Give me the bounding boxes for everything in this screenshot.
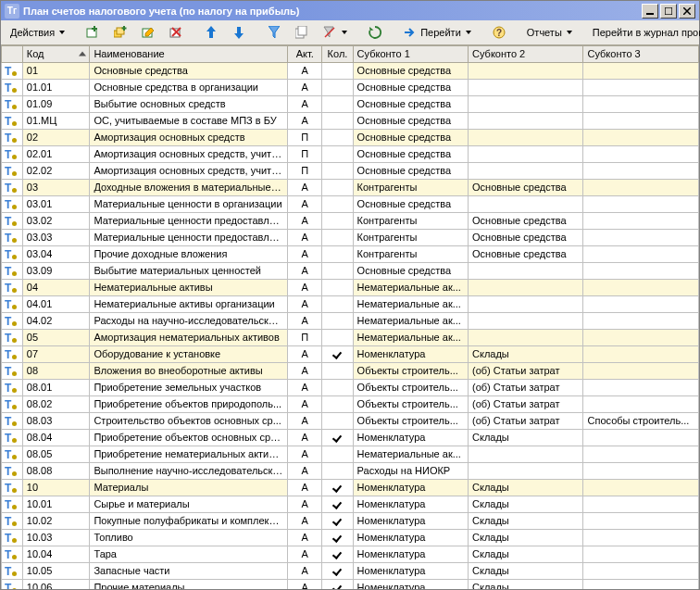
table-row[interactable]: Т02Амортизация основных средствПОсновные… <box>2 129 699 145</box>
table-row[interactable]: Т08.01Приобретение земельных участковАОб… <box>2 379 699 395</box>
table-row[interactable]: Т01.01Основные средства в организацииАОс… <box>2 79 699 95</box>
table-row[interactable]: Т08Вложения во внеоборотные активыАОбъек… <box>2 362 699 379</box>
col-header-sub3[interactable]: Субконто 3 <box>583 45 699 62</box>
add-button[interactable] <box>80 22 106 43</box>
cell-kol <box>322 95 353 112</box>
cell-sub2 <box>469 262 583 279</box>
cell-kol <box>322 362 353 379</box>
account-icon: Т <box>5 464 19 477</box>
dropdown-arrow-icon <box>342 31 347 34</box>
help-button[interactable]: ? <box>486 22 512 43</box>
cell-code: 03.09 <box>22 262 90 279</box>
account-icon: Т <box>5 497 19 510</box>
cell-sub3 <box>583 62 699 79</box>
table-row[interactable]: Т03.03Материальные ценности предоставлен… <box>2 229 699 245</box>
delete-button[interactable] <box>163 22 189 43</box>
toolbar: Действия <box>1 20 699 45</box>
add-group-button[interactable] <box>107 22 133 43</box>
table-row[interactable]: Т03Доходные вложения в материальные ц...… <box>2 179 699 195</box>
account-icon: Т <box>5 414 19 427</box>
table-row[interactable]: Т10.05Запасные частиАНоменклатураСклады <box>2 562 699 579</box>
table-row[interactable]: Т07Оборудование к установкеАНоменклатура… <box>2 345 699 362</box>
table-row[interactable]: Т08.08Выполнение научно-исследовательски… <box>2 462 699 479</box>
account-icon: Т <box>5 547 19 560</box>
table-row[interactable]: Т01.МЦОС, учитываемые в составе МПЗ в БУ… <box>2 112 699 129</box>
cell-name: Амортизация нематериальных активов <box>90 329 288 345</box>
table-row[interactable]: Т08.04Приобретение объектов основных сре… <box>2 429 699 446</box>
table-row[interactable]: Т04Нематериальные активыАНематериальные … <box>2 279 699 295</box>
help-icon: ? <box>492 25 506 40</box>
cell-code: 10.03 <box>22 529 90 546</box>
cell-sub2: Склады <box>469 562 583 579</box>
reports-button[interactable]: Отчеты <box>521 22 578 43</box>
table-row[interactable]: Т02.01Амортизация основных средств, учит… <box>2 145 699 162</box>
cell-code: 08.05 <box>22 446 90 462</box>
table-row[interactable]: Т10.06Прочие материалыАНоменклатураСклад… <box>2 579 699 589</box>
row-icon-cell: Т <box>2 79 23 95</box>
maximize-button[interactable] <box>660 4 677 19</box>
cell-sub2 <box>469 79 583 95</box>
filter-button[interactable] <box>261 22 287 43</box>
table-row[interactable]: Т08.02Приобретение объектов природополь.… <box>2 395 699 412</box>
table-row[interactable]: Т10.01Сырье и материалыАНоменклатураСкла… <box>2 496 699 512</box>
table-row[interactable]: Т10.02Покупные полуфабрикаты и комплекту… <box>2 512 699 529</box>
table-row[interactable]: Т10.03ТопливоАНоменклатураСклады <box>2 529 699 546</box>
table-row[interactable]: Т10МатериалыАНоменклатураСклады <box>2 479 699 496</box>
grid-container[interactable]: Код Наименование Акт. Кол. Субконто 1 Су… <box>1 45 699 589</box>
table-row[interactable]: Т04.02Расходы на научно-исследовательски… <box>2 312 699 329</box>
table-row[interactable]: Т03.01Материальные ценности в организаци… <box>2 195 699 212</box>
minimize-button[interactable] <box>642 4 658 19</box>
cell-sub3 <box>583 295 699 312</box>
move-up-button[interactable] <box>198 22 224 43</box>
table-row[interactable]: Т05Амортизация нематериальных активовПНе… <box>2 329 699 345</box>
row-icon-cell: Т <box>2 412 23 429</box>
col-header-icon[interactable] <box>2 45 23 62</box>
table-row[interactable]: Т01.09Выбытие основных средствАОсновные … <box>2 95 699 112</box>
journal-label: Перейти в журнал проводок <box>593 27 700 38</box>
filter-off-button[interactable] <box>317 22 353 43</box>
journal-button[interactable]: Перейти в журнал проводок <box>587 22 700 43</box>
table-row[interactable]: Т03.04Прочие доходные вложенияАКонтраген… <box>2 245 699 262</box>
table-row[interactable]: Т02.02Амортизация основных средств, учит… <box>2 162 699 179</box>
cell-code: 05 <box>22 329 90 345</box>
edit-button[interactable] <box>135 22 161 43</box>
cell-kol <box>322 295 353 312</box>
table-row[interactable]: Т03.02Материальные ценности предоставлен… <box>2 212 699 229</box>
cell-sub1: Контрагенты <box>353 179 468 195</box>
refresh-button[interactable] <box>362 22 388 43</box>
col-header-name[interactable]: Наименование <box>90 45 288 62</box>
goto-button[interactable]: Перейти <box>397 22 477 43</box>
cell-act: А <box>288 412 322 429</box>
cell-sub1: Номенклатура <box>353 579 468 589</box>
col-header-code[interactable]: Код <box>22 45 90 62</box>
table-row[interactable]: Т01Основные средстваАОсновные средства <box>2 62 699 79</box>
cell-sub2: Основные средства <box>469 229 583 245</box>
cell-sub2: Склады <box>469 546 583 562</box>
cell-sub1: Нематериальные ак... <box>353 329 468 345</box>
account-icon: Т <box>5 231 19 244</box>
account-icon: Т <box>5 314 19 327</box>
row-icon-cell: Т <box>2 496 23 512</box>
table-row[interactable]: Т04.01Нематериальные активы организацииА… <box>2 295 699 312</box>
cell-sub3 <box>583 129 699 145</box>
col-header-act[interactable]: Акт. <box>288 45 322 62</box>
cell-act: А <box>288 112 322 129</box>
table-row[interactable]: Т08.05Приобретение нематериальных активо… <box>2 446 699 462</box>
col-header-sub1[interactable]: Субконто 1 <box>353 45 468 62</box>
row-icon-cell: Т <box>2 446 23 462</box>
actions-menu[interactable]: Действия <box>5 22 70 43</box>
copy-button[interactable] <box>289 22 315 43</box>
row-icon-cell: Т <box>2 62 23 79</box>
move-down-button[interactable] <box>226 22 252 43</box>
accounts-table: Код Наименование Акт. Кол. Субконто 1 Су… <box>1 45 699 589</box>
close-button[interactable] <box>679 4 695 19</box>
filter-off-icon <box>322 25 337 40</box>
table-row[interactable]: Т10.04ТараАНоменклатураСклады <box>2 546 699 562</box>
cell-name: Оборудование к установке <box>90 345 288 362</box>
cell-sub3 <box>583 429 699 446</box>
col-header-sub2[interactable]: Субконто 2 <box>469 45 583 62</box>
table-row[interactable]: Т03.09Выбытие материальных ценностейАОсн… <box>2 262 699 279</box>
table-row[interactable]: Т08.03Строительство объектов основных ср… <box>2 412 699 429</box>
col-header-kol[interactable]: Кол. <box>322 45 353 62</box>
cell-sub1: Основные средства <box>353 195 468 212</box>
